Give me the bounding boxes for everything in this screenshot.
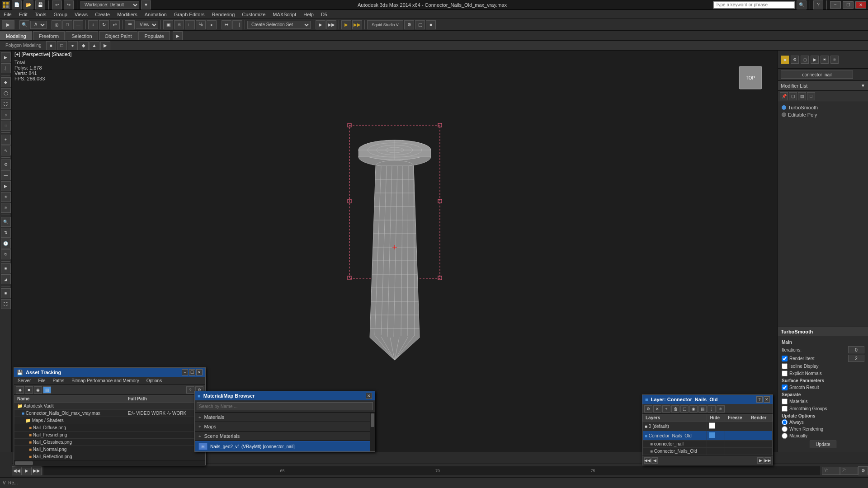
mirror-btn[interactable]: ↦: [222, 20, 231, 29]
render-iters-input[interactable]: [848, 355, 864, 362]
lt-camera-btn[interactable]: ◾: [1, 121, 11, 131]
sub-icon4[interactable]: ◆: [79, 41, 89, 50]
menu-animation[interactable]: Animation: [141, 10, 170, 19]
menu-help[interactable]: Help: [300, 10, 317, 19]
asset-close-btn[interactable]: ✕: [196, 369, 203, 375]
lt-select-btn[interactable]: ▶: [1, 52, 11, 62]
scale-btn[interactable]: ⇄: [110, 20, 120, 29]
menu-rendering[interactable]: Rendering: [208, 10, 239, 19]
layer-default-render[interactable]: [748, 422, 772, 431]
layer-tb-link-btn[interactable]: ⎷: [708, 405, 716, 413]
always-radio[interactable]: [782, 419, 788, 425]
materials-checkbox[interactable]: [782, 399, 788, 404]
modifier-dropdown-arrow[interactable]: ▼: [861, 83, 865, 88]
layer-nail-render[interactable]: [748, 441, 772, 448]
timeline-play-btn[interactable]: ▶: [22, 466, 32, 475]
mat-result-item[interactable]: M Nails_geo2_v1 (VRayMtl) [connector_nai…: [195, 441, 370, 451]
table-row[interactable]: 📁 Autodesk Vault: [14, 403, 205, 410]
help-btn[interactable]: ?: [813, 0, 823, 9]
at-tb-help-btn[interactable]: ?: [186, 386, 194, 394]
layer-nav-first-btn[interactable]: ◀◀: [644, 457, 651, 464]
tab-freeform[interactable]: Freeform: [33, 31, 65, 40]
sub-icon1[interactable]: ■: [46, 41, 56, 50]
show-tree-btn[interactable]: ▤: [798, 92, 806, 100]
end-btn[interactable]: ▶▶: [326, 20, 336, 29]
lt-modify-btn[interactable]: ⚙: [1, 160, 11, 169]
layer-tb-delete-btn[interactable]: 🗑: [671, 405, 679, 413]
percent-snap-btn[interactable]: %: [196, 20, 206, 29]
table-row[interactable]: ■ Connector_Nails_Old: [643, 431, 773, 441]
mat-section-maps[interactable]: + Maps: [195, 422, 370, 432]
mat-section-materials[interactable]: + Materials: [195, 413, 370, 422]
menu-file[interactable]: File: [0, 10, 15, 19]
turbosm-panel-header[interactable]: TurboSmooth: [778, 327, 868, 336]
render-btn[interactable]: ▶▶: [352, 20, 362, 29]
tab-populate[interactable]: Populate: [138, 31, 170, 40]
layer-tb-unlink-btn[interactable]: ⚛: [717, 405, 725, 413]
isoline-checkbox[interactable]: [782, 363, 788, 369]
smooth-result-checkbox[interactable]: [782, 385, 788, 390]
layer-tb-settings-btn[interactable]: ⚙: [644, 405, 652, 413]
menu-group[interactable]: Group: [50, 10, 71, 19]
utility-panel-btn[interactable]: ⚛: [830, 56, 839, 64]
angle-snap-btn[interactable]: ∟: [185, 20, 195, 29]
menu-edit[interactable]: Edit: [15, 10, 31, 19]
tab-selection[interactable]: Selection: [66, 31, 98, 40]
lt-create-btn[interactable]: ◆: [1, 77, 11, 87]
table-row[interactable]: ■ connector_nail: [643, 441, 773, 448]
timeline-settings-btn[interactable]: ⚙: [858, 466, 868, 475]
layer-tb-add-btn[interactable]: +: [662, 405, 670, 413]
lt-motion-btn[interactable]: ▶: [1, 181, 11, 191]
modify-panel-btn[interactable]: ⚙: [791, 56, 799, 64]
lt-zoom-btn[interactable]: 🔍: [1, 217, 11, 227]
table-row[interactable]: ■ Nail_Fresnel.png: [14, 432, 205, 439]
lt-hierarchy-btn[interactable]: ⸻: [1, 170, 11, 180]
selection-set-dropdown[interactable]: Create Selection Set: [247, 21, 311, 29]
close-btn[interactable]: ✕: [855, 1, 866, 9]
undo-btn[interactable]: ↩: [52, 0, 62, 9]
lt-orbit-btn[interactable]: ↻: [1, 249, 11, 259]
update-button[interactable]: Update: [810, 441, 836, 448]
layer-nail-hide[interactable]: [707, 441, 725, 448]
asset-restore-btn[interactable]: ☐: [189, 369, 195, 375]
at-menu-options[interactable]: Options: [143, 377, 165, 385]
y-coord-input[interactable]: [822, 467, 840, 475]
render-setup-btn[interactable]: ▶: [341, 20, 351, 29]
new-file-btn[interactable]: 📄: [12, 0, 22, 9]
search-btn[interactable]: 🔍: [797, 0, 807, 9]
sub-extra-btn[interactable]: ▶: [100, 41, 110, 50]
search-input[interactable]: [713, 1, 795, 9]
menu-modifiers[interactable]: Modifiers: [113, 10, 141, 19]
menu-graph-editors[interactable]: Graph Editors: [170, 10, 208, 19]
mod-turbosm[interactable]: TurboSmooth: [778, 104, 868, 111]
layer-connector-hide[interactable]: [707, 431, 725, 441]
render-iters-checkbox[interactable]: [782, 356, 788, 361]
select-btn[interactable]: ◎: [52, 20, 61, 29]
select-filter-btn[interactable]: 🔍: [19, 20, 29, 29]
pivot-btn[interactable]: ▣: [163, 20, 173, 29]
select-obj-btn[interactable]: ▶: [2, 20, 14, 29]
lt-pan-btn[interactable]: 🕐: [1, 239, 11, 249]
lt-link-btn[interactable]: ⎷: [1, 63, 11, 73]
save-btn[interactable]: 💾: [35, 0, 45, 9]
delete-mod-btn[interactable]: □: [807, 92, 815, 100]
lt-display-btn[interactable]: ☀: [1, 192, 11, 202]
at-tb-btn3[interactable]: ◉: [34, 386, 42, 394]
layer-connector-freeze[interactable]: [725, 431, 748, 441]
table-row[interactable]: ■ Nail_Glossines.png: [14, 439, 205, 446]
layer-close-btn[interactable]: ✕: [764, 396, 770, 403]
ref-coord-btn[interactable]: ☰: [125, 20, 135, 29]
table-row[interactable]: ■ Nail_Reflection.png: [14, 453, 205, 460]
mod-editpoly[interactable]: Editable Poly: [778, 111, 868, 118]
table-row[interactable]: ■ Nail_Normal.png: [14, 446, 205, 453]
hierarchy-panel-btn[interactable]: ◻: [801, 56, 809, 64]
layer-connector2-hide[interactable]: [707, 448, 725, 455]
timeline-track[interactable]: 65 70 75: [43, 466, 820, 475]
mat-scrollbar[interactable]: [370, 413, 375, 451]
table-row[interactable]: ■ Nail_Diffuse.png: [14, 424, 205, 432]
asset-h-scrollbar[interactable]: [14, 460, 205, 465]
asset-tracking-titlebar[interactable]: 💾 Asset Tracking − ☐ ✕: [14, 368, 205, 377]
display-panel-btn[interactable]: ☀: [821, 56, 829, 64]
z-coord-input[interactable]: [840, 467, 858, 475]
lt-grid-btn[interactable]: ■: [1, 288, 11, 298]
